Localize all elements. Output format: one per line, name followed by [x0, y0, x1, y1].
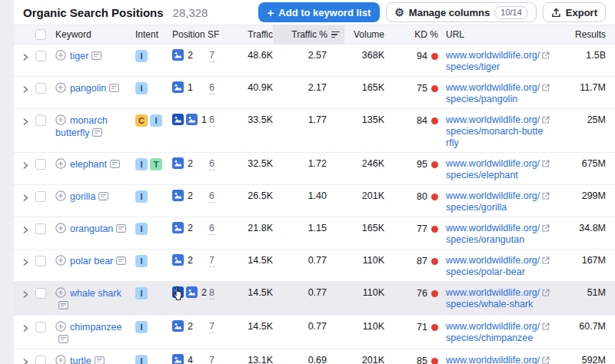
serp-preview-icon[interactable] [95, 356, 105, 364]
intent-badge-I[interactable]: I [135, 255, 148, 267]
serp-features-count[interactable]: 7 [209, 355, 214, 364]
expand-chevron-icon[interactable] [22, 259, 29, 266]
column-header-position[interactable]: Position [172, 29, 208, 40]
expand-chevron-icon[interactable] [22, 162, 29, 169]
select-all-checkbox[interactable] [35, 29, 46, 40]
table-row[interactable]: gorillaI2626.5K1.40201K80www.worldwildli… [14, 185, 615, 217]
serp-features-count[interactable]: 6 [209, 114, 214, 127]
row-checkbox[interactable] [35, 322, 46, 333]
image-pack-icon[interactable] [172, 81, 184, 93]
table-row[interactable]: whale sharkI2814.5K0.77110K76www.worldwi… [14, 282, 615, 316]
external-link-icon[interactable] [541, 191, 550, 200]
expand-chevron-icon[interactable] [22, 291, 29, 298]
serp-preview-icon[interactable] [116, 224, 126, 233]
column-header-keyword[interactable]: Keyword [55, 29, 132, 40]
serp-features-count[interactable]: 6 [209, 190, 214, 203]
image-pack-icon[interactable] [172, 254, 184, 266]
external-link-icon[interactable] [541, 288, 550, 297]
url-link[interactable]: www.worldwildlife.org/species/monarch-bu… [446, 114, 544, 149]
keyword-link[interactable]: gorilla [70, 191, 95, 202]
expand-chevron-icon[interactable] [22, 194, 29, 201]
intent-badge-I[interactable]: I [135, 190, 148, 203]
intent-badge-T[interactable]: T [150, 158, 162, 170]
expand-chevron-icon[interactable] [22, 54, 29, 61]
row-checkbox[interactable] [35, 288, 46, 299]
image-pack-icon[interactable] [172, 222, 184, 233]
keyword-link[interactable]: pangolin [70, 83, 106, 94]
image-pack-icon[interactable] [186, 286, 198, 298]
image-pack-icon[interactable] [172, 354, 184, 364]
intent-badge-I[interactable]: I [135, 287, 148, 299]
column-header-traffic-pct[interactable]: Traffic % [273, 25, 344, 44]
add-keyword-icon[interactable] [55, 255, 66, 266]
image-pack-icon[interactable] [172, 49, 184, 61]
url-link[interactable]: www.worldwildlife.org/species/chimpanzee [446, 321, 544, 344]
expand-chevron-icon[interactable] [22, 359, 29, 364]
column-header-results[interactable]: Results [557, 29, 615, 40]
add-keyword-icon[interactable] [55, 50, 66, 61]
row-checkbox[interactable] [35, 191, 46, 202]
external-link-icon[interactable] [541, 159, 550, 168]
keyword-link[interactable]: orangutan [70, 223, 113, 234]
keyword-link[interactable]: elephant [70, 159, 107, 170]
image-pack-icon-active[interactable] [172, 114, 184, 125]
external-link-icon[interactable] [541, 83, 550, 92]
intent-badge-I[interactable]: I [135, 158, 148, 170]
serp-preview-icon[interactable] [110, 160, 120, 168]
expand-chevron-icon[interactable] [22, 325, 29, 332]
row-checkbox[interactable] [35, 115, 46, 126]
add-keyword-icon[interactable] [55, 82, 66, 93]
serp-features-count[interactable]: 7 [209, 50, 214, 62]
image-pack-icon[interactable] [172, 190, 184, 201]
image-pack-icon[interactable] [172, 320, 184, 332]
serp-preview-icon[interactable] [98, 192, 108, 200]
url-link[interactable]: www.worldwildlife.org/species/polar-bear [446, 255, 544, 278]
serp-features-count[interactable]: 6 [209, 223, 214, 235]
serp-preview-icon[interactable] [58, 335, 68, 343]
row-checkbox[interactable] [35, 83, 46, 94]
keyword-link[interactable]: tiger [70, 51, 88, 61]
keyword-link[interactable]: whale shark [70, 288, 121, 299]
url-link[interactable]: www.worldwildlife.org/species/elephant [446, 158, 544, 181]
add-keyword-icon[interactable] [55, 158, 66, 169]
add-keyword-icon[interactable] [55, 321, 66, 332]
external-link-icon[interactable] [541, 51, 550, 60]
table-row[interactable]: polar bearI2714.5K0.77110K87www.worldwil… [14, 250, 615, 282]
intent-badge-I[interactable]: I [135, 82, 148, 94]
external-link-icon[interactable] [541, 223, 550, 233]
keyword-link[interactable]: polar bear [70, 256, 113, 266]
intent-badge-I[interactable]: I [135, 321, 148, 333]
intent-badge-C[interactable]: C [135, 114, 148, 127]
external-link-icon[interactable] [541, 356, 550, 364]
serp-preview-icon[interactable] [58, 301, 68, 309]
add-keyword-icon[interactable] [55, 190, 66, 201]
url-link[interactable]: www.worldwildlife.org/species/tiger [446, 50, 544, 73]
expand-chevron-icon[interactable] [22, 227, 29, 233]
expand-chevron-icon[interactable] [22, 86, 29, 93]
keyword-link[interactable]: chimpanzee [70, 322, 121, 333]
expand-chevron-icon[interactable] [22, 118, 29, 125]
column-header-intent[interactable]: Intent [132, 29, 172, 40]
column-header-kd[interactable]: KD % [384, 29, 441, 40]
export-button[interactable]: Export [543, 2, 606, 22]
column-header-sf[interactable]: SF [208, 29, 232, 40]
add-keyword-icon[interactable] [55, 223, 66, 233]
row-checkbox[interactable] [35, 159, 46, 170]
serp-preview-icon[interactable] [109, 84, 119, 92]
add-keyword-icon[interactable] [55, 355, 66, 364]
serp-preview-icon[interactable] [92, 128, 102, 137]
url-link[interactable]: www.worldwildlife.org/species/gorilla [446, 190, 544, 213]
table-row[interactable]: turtleI4713.1K0.69201K85www.worldwildlif… [14, 349, 615, 364]
serp-features-count[interactable]: 6 [209, 158, 214, 170]
row-checkbox[interactable] [35, 223, 46, 234]
external-link-icon[interactable] [541, 322, 550, 331]
manage-columns-button[interactable]: ⚙ Manage columns 10/14 [386, 2, 537, 22]
serp-features-count[interactable]: 7 [209, 321, 214, 333]
column-header-volume[interactable]: Volume [344, 29, 384, 40]
intent-badge-I[interactable]: I [135, 355, 148, 364]
table-row[interactable]: chimpanzeeI2714.5K0.77110K71www.worldwil… [14, 316, 615, 349]
image-pack-icon[interactable] [172, 157, 184, 169]
column-header-url[interactable]: URL [441, 29, 557, 40]
intent-badge-I[interactable]: I [135, 50, 148, 62]
url-link[interactable]: www.worldwildlife.org/species/sea-turtle [446, 355, 544, 364]
